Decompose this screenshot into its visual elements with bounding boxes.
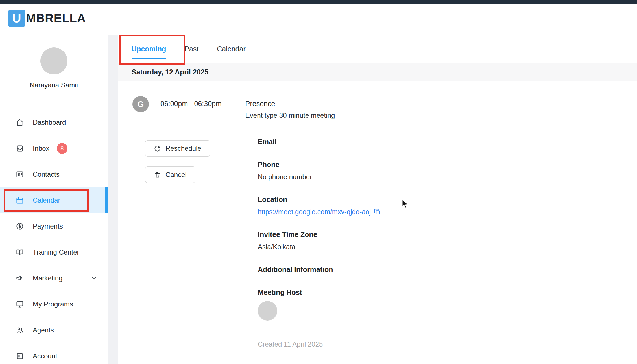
trash-icon [154, 171, 161, 178]
phone-value: No phone number [258, 173, 472, 181]
chevron-down-icon[interactable] [91, 275, 97, 282]
main-content: Upcoming Past Calendar Saturday, 12 Apri… [118, 35, 637, 364]
event-panel: G 06:00pm - 06:30pm Presence Event type … [118, 81, 637, 364]
host-avatar [258, 301, 277, 321]
created-date: Created 11 April 2025 [258, 340, 472, 348]
timezone-value: Asia/Kolkata [258, 243, 472, 251]
tab-past[interactable]: Past [184, 35, 198, 63]
meeting-host-field: Meeting Host Created 11 April 2025 [258, 288, 472, 348]
umbrella-logo-icon: U [8, 10, 25, 27]
sidebar-item-label: Agents [33, 326, 54, 334]
cancel-label: Cancel [165, 171, 187, 179]
copy-icon[interactable] [374, 208, 381, 216]
training-icon [16, 248, 24, 256]
sidebar-item-payments[interactable]: Payments [0, 213, 108, 239]
sidebar-item-label: Marketing [33, 274, 62, 282]
marketing-icon [16, 274, 24, 282]
email-field: Email [258, 138, 472, 146]
app-window: U MBRELLA Narayana Samii Dashboard Inbox… [0, 0, 637, 364]
event-actions: Reschedule Cancel [145, 140, 210, 183]
tab-calendar[interactable]: Calendar [217, 35, 245, 63]
timezone-label: Invitee Time Zone [258, 231, 472, 239]
phone-field: Phone No phone number [258, 161, 472, 181]
sidebar-item-label: Payments [33, 222, 63, 230]
agents-icon [16, 326, 24, 334]
user-name: Narayana Samii [0, 81, 108, 89]
tab-bar: Upcoming Past Calendar [118, 35, 637, 63]
tab-upcoming[interactable]: Upcoming [132, 35, 166, 63]
event-details: Email Phone No phone number Location htt… [258, 138, 472, 363]
sidebar-item-label: Account [33, 352, 57, 360]
event-type: Event type 30 minute meeting [245, 111, 335, 119]
reschedule-label: Reschedule [165, 144, 201, 152]
top-bar [0, 0, 637, 4]
sidebar-item-contacts[interactable]: Contacts [0, 161, 108, 187]
meeting-link[interactable]: https://meet.google.com/mxv-qjdo-aoj [258, 208, 371, 216]
sidebar-item-calendar[interactable]: Calendar [0, 187, 108, 213]
sidebar-item-account[interactable]: Account [0, 343, 108, 364]
additional-info-field: Additional Information [258, 266, 472, 274]
payments-icon [16, 222, 24, 230]
meeting-host-label: Meeting Host [258, 288, 472, 297]
home-icon [16, 119, 24, 126]
sidebar-item-agents[interactable]: Agents [0, 317, 108, 343]
sidebar-item-dashboard[interactable]: Dashboard [0, 109, 108, 135]
sidebar-nav: Dashboard Inbox 8 Contacts Calendar [0, 109, 108, 364]
sidebar-item-label: My Programs [33, 300, 73, 308]
sidebar-item-marketing[interactable]: Marketing [0, 265, 108, 291]
sidebar-item-label: Inbox [33, 144, 49, 152]
sidebar-divider [108, 35, 118, 364]
phone-label: Phone [258, 161, 472, 169]
sidebar-item-label: Training Center [33, 248, 79, 256]
sidebar-item-training-center[interactable]: Training Center [0, 239, 108, 265]
reschedule-button[interactable]: Reschedule [145, 140, 210, 157]
calendar-icon [16, 196, 24, 204]
event-title: Presence [245, 100, 335, 108]
refresh-icon [154, 145, 161, 152]
sidebar: Narayana Samii Dashboard Inbox 8 [0, 35, 108, 364]
brand-name: MBRELLA [26, 12, 86, 25]
profile-section: Narayana Samii [0, 35, 108, 89]
email-label: Email [258, 138, 472, 146]
location-label: Location [258, 196, 472, 204]
sidebar-item-label: Contacts [33, 170, 60, 178]
sidebar-item-inbox[interactable]: Inbox 8 [0, 135, 108, 161]
timezone-field: Invitee Time Zone Asia/Kolkata [258, 231, 472, 251]
contacts-icon [16, 170, 24, 178]
sidebar-item-label: Calendar [33, 196, 60, 204]
google-event-icon: G [132, 96, 149, 112]
event-date-header: Saturday, 12 April 2025 [118, 63, 637, 81]
cancel-button[interactable]: Cancel [145, 166, 195, 183]
sidebar-item-label: Dashboard [33, 119, 66, 126]
event-summary: G 06:00pm - 06:30pm Presence Event type … [132, 96, 335, 119]
event-title-block: Presence Event type 30 minute meeting [245, 100, 335, 119]
programs-icon [16, 300, 24, 308]
location-field: Location https://meet.google.com/mxv-qjd… [258, 196, 472, 216]
user-avatar[interactable] [40, 47, 67, 74]
event-time: 06:00pm - 06:30pm [160, 100, 222, 108]
account-icon [16, 352, 24, 360]
additional-info-label: Additional Information [258, 266, 472, 274]
inbox-icon [16, 144, 24, 152]
brand-logo[interactable]: U MBRELLA [8, 10, 86, 27]
inbox-unread-badge: 8 [57, 143, 67, 154]
sidebar-item-my-programs[interactable]: My Programs [0, 291, 108, 317]
